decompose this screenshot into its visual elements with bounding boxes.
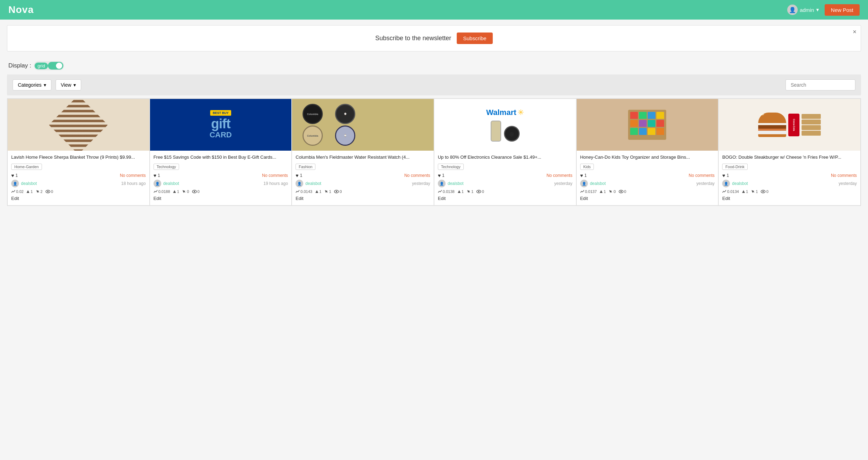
time-ago: yesterday bbox=[839, 181, 857, 186]
trend-icon bbox=[154, 189, 158, 194]
score-metric: 0.0137 bbox=[580, 189, 597, 194]
time-ago: 18 hours ago bbox=[121, 181, 146, 186]
username-link[interactable]: dealsbot bbox=[305, 181, 321, 186]
post-title: BOGO: Double Steakburger w/ Cheese 'n Fr… bbox=[722, 154, 857, 160]
username-link[interactable]: dealsbot bbox=[21, 181, 37, 186]
card-metrics: 0.0138 1 1 0 bbox=[438, 189, 572, 194]
trend-icon bbox=[580, 189, 584, 194]
time-ago: yesterday bbox=[554, 181, 572, 186]
time-ago: yesterday bbox=[696, 181, 714, 186]
card-stats: ♥1 No comments bbox=[580, 173, 715, 178]
display-section: Display : grid bbox=[0, 57, 868, 74]
edit-link[interactable]: Edit bbox=[11, 196, 146, 204]
username-link[interactable]: dealsbot bbox=[448, 181, 463, 186]
filter-bar: Categories ▾ View ▾ bbox=[7, 74, 861, 95]
post-title: Up to 80% Off Electronics Clearance Sale… bbox=[438, 154, 572, 160]
svg-point-17 bbox=[762, 191, 764, 192]
trend-icon bbox=[296, 189, 300, 194]
upvote-metric: 1 bbox=[26, 189, 33, 194]
user-avatar: 👤 bbox=[154, 180, 161, 187]
view-metric: 0 bbox=[334, 189, 342, 194]
comments-link[interactable]: No comments bbox=[547, 173, 572, 178]
post-category[interactable]: Kids bbox=[580, 164, 594, 170]
edit-link[interactable]: Edit bbox=[154, 196, 288, 204]
comments-link[interactable]: No comments bbox=[831, 173, 857, 178]
heart-icon: ♥ bbox=[438, 173, 441, 178]
newsletter-banner: Subscribe to the newsletter Subscribe × bbox=[7, 25, 861, 51]
heart-count: ♥1 bbox=[438, 173, 444, 178]
post-category[interactable]: Technology bbox=[154, 164, 179, 170]
username-link[interactable]: dealsbot bbox=[590, 181, 606, 186]
post-image: Walmart ✳ ◎ bbox=[434, 99, 576, 151]
svg-point-11 bbox=[478, 191, 479, 192]
categories-button[interactable]: Categories ▾ bbox=[13, 79, 51, 91]
svg-point-5 bbox=[194, 191, 195, 192]
heart-count: ♥1 bbox=[296, 173, 302, 178]
new-post-button[interactable]: New Post bbox=[825, 4, 860, 16]
edit-link[interactable]: Edit bbox=[722, 196, 857, 204]
view-label: View bbox=[61, 82, 71, 88]
card-body: Free $15 Savings Code with $150 in Best … bbox=[150, 151, 292, 205]
dropdown-icon: ▾ bbox=[816, 7, 819, 13]
post-category[interactable]: Home-Garden bbox=[11, 164, 42, 170]
upvote-metric: 1 bbox=[599, 189, 606, 194]
trend-icon bbox=[722, 189, 726, 194]
card-user: 👤 dealsbot yesterday bbox=[722, 180, 857, 187]
post-category[interactable]: Technology bbox=[438, 164, 464, 170]
post-card: Lavish Home Fleece Sherpa Blanket Throw … bbox=[7, 99, 150, 206]
toggle-switch[interactable] bbox=[48, 62, 63, 70]
comments-link[interactable]: No comments bbox=[404, 173, 430, 178]
posts-grid: Lavish Home Fleece Sherpa Blanket Throw … bbox=[7, 98, 861, 206]
cursor-icon bbox=[467, 189, 471, 194]
post-card: Columbia ⌚ Columbia ⌚ Columbia Men's Fie… bbox=[292, 99, 434, 206]
svg-point-8 bbox=[336, 191, 337, 192]
edit-link[interactable]: Edit bbox=[580, 196, 715, 204]
post-card: Honey-Can-Do Kids Toy Organizer and Stor… bbox=[576, 99, 719, 206]
search-input[interactable] bbox=[785, 79, 855, 91]
post-category[interactable]: Food-Drink bbox=[722, 164, 747, 170]
view-button[interactable]: View ▾ bbox=[56, 79, 81, 91]
username-link[interactable]: dealsbot bbox=[732, 181, 748, 186]
score-metric: 0.02 bbox=[11, 189, 23, 194]
eye-icon bbox=[334, 190, 339, 193]
click-metric: 1 bbox=[751, 189, 758, 194]
avatar: 👤 bbox=[787, 5, 798, 15]
click-metric: 1 bbox=[467, 189, 474, 194]
close-banner-button[interactable]: × bbox=[853, 28, 856, 36]
eye-icon bbox=[761, 190, 766, 193]
heart-icon: ♥ bbox=[154, 173, 156, 178]
trend-icon bbox=[438, 189, 442, 194]
svg-marker-6 bbox=[315, 190, 318, 193]
username-link[interactable]: dealsbot bbox=[163, 181, 179, 186]
svg-marker-0 bbox=[27, 190, 29, 193]
post-title: Columbia Men's Fieldmaster Water Resista… bbox=[296, 154, 430, 160]
post-title: Lavish Home Fleece Sherpa Blanket Throw … bbox=[11, 154, 146, 160]
upvote-icon bbox=[173, 190, 176, 193]
header-right: 👤 admin ▾ New Post bbox=[787, 4, 860, 16]
click-metric: 0 bbox=[609, 189, 616, 194]
post-category[interactable]: Fashion bbox=[296, 164, 315, 170]
cursor-icon bbox=[36, 189, 40, 194]
post-card: Walmart ✳ ◎ Up to 80% Off Electronics Cl… bbox=[434, 99, 576, 206]
toggle-grid-label: grid bbox=[35, 63, 48, 69]
admin-menu[interactable]: 👤 admin ▾ bbox=[787, 5, 819, 15]
view-metric: 0 bbox=[761, 189, 768, 194]
heart-icon: ♥ bbox=[722, 173, 725, 178]
admin-label: admin bbox=[800, 7, 814, 13]
subscribe-button[interactable]: Subscribe bbox=[457, 33, 493, 44]
grid-toggle[interactable]: grid bbox=[34, 61, 64, 70]
comments-link[interactable]: No comments bbox=[120, 173, 146, 178]
edit-link[interactable]: Edit bbox=[438, 196, 572, 204]
comments-link[interactable]: No comments bbox=[689, 173, 714, 178]
click-metric: 1 bbox=[324, 189, 331, 194]
view-dropdown-icon: ▾ bbox=[73, 82, 76, 88]
time-ago: yesterday bbox=[412, 181, 430, 186]
edit-link[interactable]: Edit bbox=[296, 196, 430, 204]
score-metric: 0.0143 bbox=[296, 189, 312, 194]
toggle-knob bbox=[56, 63, 62, 69]
card-metrics: 0.0134 1 1 0 bbox=[722, 189, 857, 194]
svg-marker-9 bbox=[458, 190, 461, 193]
card-user: 👤 dealsbot yesterday bbox=[296, 180, 430, 187]
card-user: 👤 dealsbot yesterday bbox=[580, 180, 715, 187]
comments-link[interactable]: No comments bbox=[262, 173, 288, 178]
